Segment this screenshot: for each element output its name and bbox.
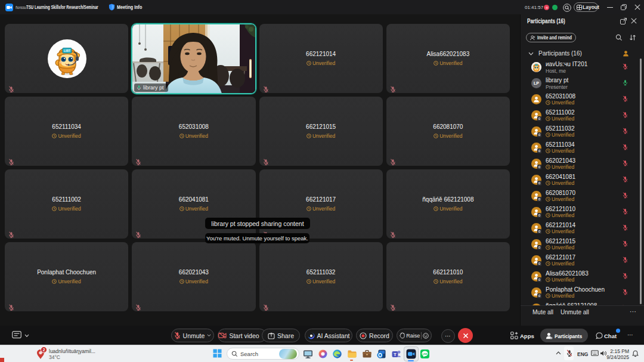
svg-text:LINE: LINE: [422, 353, 428, 355]
svg-text:T: T: [394, 352, 397, 357]
svg-text:LIBT: LIBT: [64, 49, 70, 52]
